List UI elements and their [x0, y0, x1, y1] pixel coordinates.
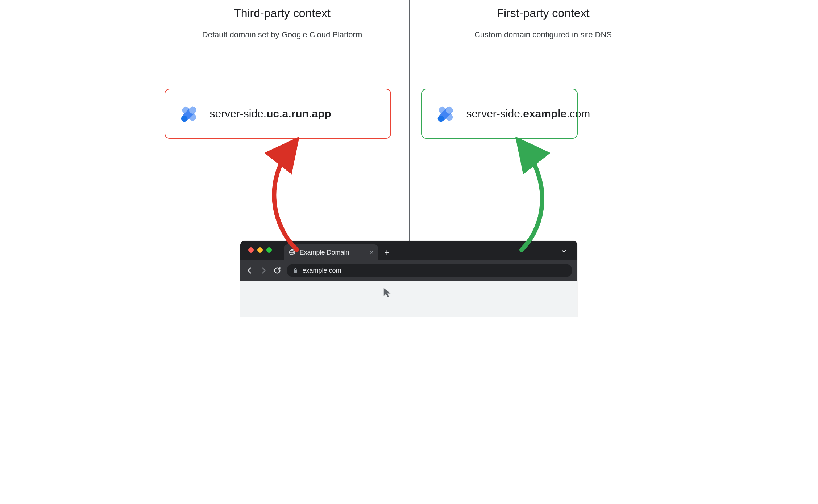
arrow-right-icon[interactable]: [259, 266, 268, 274]
first-party-subtitle: Custom domain configured in site DNS: [420, 30, 667, 39]
domain-suffix: .com: [566, 108, 590, 119]
new-tab-button[interactable]: +: [385, 248, 390, 257]
mouse-cursor-icon: [382, 287, 393, 298]
window-zoom-dot[interactable]: [266, 247, 272, 253]
third-party-title: Third-party context: [159, 7, 406, 20]
third-party-domain-text: server-side.uc.a.run.app: [210, 108, 331, 120]
third-party-subtitle: Default domain set by Google Cloud Platf…: [159, 30, 406, 39]
chevron-down-icon[interactable]: [561, 248, 567, 255]
arrow-to-first-party: [522, 147, 542, 250]
domain-bold: example: [523, 108, 566, 119]
domain-prefix: server-side.: [466, 108, 523, 119]
third-party-column: Third-party context Default domain set b…: [159, 0, 406, 39]
svg-point-3: [181, 116, 187, 122]
browser-tab[interactable]: Example Domain ×: [284, 244, 378, 260]
arrow-to-third-party: [274, 147, 297, 250]
window-minimize-dot[interactable]: [257, 247, 263, 253]
domain-bold: uc.a.run.app: [266, 108, 331, 119]
first-party-domain-box: server-side.example.com: [421, 89, 578, 139]
vertical-divider: [409, 0, 410, 241]
first-party-title: First-party context: [420, 7, 667, 20]
browser-viewport: [240, 281, 577, 317]
url-text: example.com: [303, 267, 341, 274]
svg-point-7: [437, 116, 444, 122]
third-party-domain-box: server-side.uc.a.run.app: [165, 89, 391, 139]
gtm-logo-icon: [178, 102, 200, 125]
first-party-domain-text: server-side.example.com: [466, 108, 590, 120]
gtm-logo-icon: [435, 102, 457, 125]
window-close-dot[interactable]: [248, 247, 254, 253]
window-controls: [248, 247, 272, 253]
arrow-left-icon[interactable]: [245, 266, 254, 274]
browser-window: Example Domain × + example.com: [240, 241, 577, 317]
domain-prefix: server-side.: [210, 108, 267, 119]
tab-title: Example Domain: [300, 249, 349, 256]
diagram-stage: Third-party context Default domain set b…: [152, 0, 667, 317]
first-party-column: First-party context Custom domain config…: [420, 0, 667, 39]
svg-rect-11: [294, 270, 297, 273]
browser-tabbar: Example Domain × +: [240, 241, 577, 260]
browser-toolbar: example.com: [240, 260, 577, 281]
lock-icon: [292, 268, 298, 273]
reload-icon[interactable]: [273, 266, 282, 274]
close-tab-icon[interactable]: ×: [370, 249, 374, 256]
globe-favicon-icon: [289, 249, 295, 256]
address-bar[interactable]: example.com: [287, 264, 572, 277]
